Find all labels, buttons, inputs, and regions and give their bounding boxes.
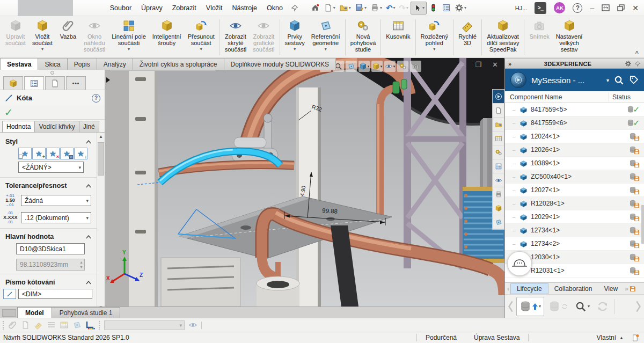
ribbon-button-rozlo-en[interactable]: Rozložený pohled▾ bbox=[418, 17, 451, 57]
component-row[interactable]: –ZC500x40<1> bbox=[505, 170, 644, 184]
cascade-windows-button[interactable] bbox=[617, 4, 625, 11]
taskpane-tab-3dexperience-compass[interactable] bbox=[493, 90, 504, 104]
style-section-header[interactable]: Styl bbox=[0, 136, 97, 147]
component-row[interactable]: –12026<1> bbox=[505, 143, 644, 157]
pin-menu-icon[interactable] bbox=[291, 4, 298, 12]
open-button[interactable]: ▾ bbox=[338, 2, 353, 14]
scene-button[interactable] bbox=[410, 61, 421, 72]
graphics-viewport[interactable]: 99.88 4.90 R32 Y X Z HJWX07C_w (HJWX10C_… bbox=[105, 58, 504, 306]
component-row[interactable]: –12734<1> bbox=[505, 224, 644, 237]
save-button[interactable]: ▾ bbox=[353, 2, 368, 14]
taskpane-tab-file-explorer[interactable] bbox=[493, 132, 504, 145]
menu-n-stroje[interactable]: Nástroje bbox=[227, 0, 262, 16]
menu-soubor[interactable]: Soubor bbox=[105, 0, 136, 16]
ribbon-button-zobrazit[interactable]: Zobrazit skryté součásti bbox=[222, 17, 250, 57]
menu-zobrazit[interactable]: Zobrazit bbox=[167, 0, 201, 16]
taskpane-tab-custom-properties[interactable] bbox=[493, 159, 504, 173]
ribbon-button-prvky[interactable]: Prvky sestavy▾ bbox=[282, 17, 308, 57]
ribbon-button-nastaven[interactable]: Nastavení velkých sestav bbox=[553, 17, 586, 57]
taskpane-tab-solidworks-forum[interactable] bbox=[493, 173, 504, 187]
tolerance-dropdown[interactable]: Žádná▾ bbox=[21, 195, 91, 206]
minimize-button[interactable]: – bbox=[590, 4, 594, 12]
add-style-button[interactable]: + bbox=[32, 148, 46, 159]
command-tab-sestava[interactable]: Sestava bbox=[0, 58, 38, 70]
display-settings-button[interactable] bbox=[440, 2, 452, 14]
dimension-text-field[interactable]: <DIM> bbox=[18, 289, 92, 299]
column-component-name[interactable]: Component Name bbox=[510, 93, 562, 101]
status-document-icon[interactable] bbox=[631, 334, 639, 342]
taskpane-tab-view-palette[interactable] bbox=[493, 145, 504, 159]
command-tab-ivotn-cyklus-a-spolupr-ce[interactable]: Životní cyklus a spolupráce bbox=[133, 58, 224, 70]
component-row[interactable]: –12027<1> bbox=[505, 184, 644, 197]
color-swatch-icon[interactable] bbox=[85, 320, 95, 330]
model-tab-model[interactable]: Model bbox=[17, 307, 52, 318]
print-button[interactable]: ▾ bbox=[369, 2, 384, 14]
command-tab-dopl-kov-moduly-solidworks[interactable]: Doplňkové moduly SOLIDWORKS bbox=[224, 58, 336, 70]
menu-pravy[interactable]: Úpravy bbox=[136, 0, 167, 16]
component-row[interactable]: –12024<1> bbox=[505, 130, 644, 143]
taskpane-tab-design-library[interactable] bbox=[493, 118, 504, 132]
menu-okno[interactable]: Okno bbox=[262, 0, 288, 16]
ribbon-button-aktualizovat[interactable]: Aktualizovat dílčí sestavy SpeedPak bbox=[484, 17, 523, 57]
performance-pipeline-button[interactable] bbox=[427, 2, 440, 14]
ribbon-button-vlo-it[interactable]: Vložit součást▾ bbox=[29, 17, 56, 57]
component-list-scrollbar[interactable] bbox=[641, 205, 644, 244]
tools-scroll-left-icon[interactable] bbox=[507, 300, 515, 313]
menu-vlo-it[interactable]: Vložit bbox=[201, 0, 228, 16]
command-tab-skica[interactable]: Skica bbox=[38, 58, 67, 70]
doc-minimize-button[interactable]: – bbox=[460, 61, 464, 69]
panel-gear-icon[interactable] bbox=[625, 60, 632, 67]
panel-tab-collaboration[interactable]: Collaboration bbox=[548, 283, 598, 294]
undo-button[interactable]: ↶▾ bbox=[384, 2, 397, 14]
component-row[interactable]: –12029<1> bbox=[505, 210, 644, 224]
ribbon-button-referen-n[interactable]: Referenční geometrie▾ bbox=[308, 17, 343, 57]
close-button[interactable]: ✕ bbox=[632, 4, 639, 12]
doc-restore-button[interactable]: ❐ bbox=[475, 61, 481, 69]
assistant-badge[interactable] bbox=[507, 251, 532, 276]
taskpane-tab-appearances-scenes[interactable] bbox=[493, 187, 504, 201]
redo-button[interactable]: ↷▾ bbox=[398, 2, 411, 14]
section-view-button[interactable] bbox=[346, 61, 357, 72]
save-to-platform-button[interactable]: ▾ bbox=[516, 297, 544, 316]
component-row[interactable]: –8417559<5>✓ bbox=[505, 103, 644, 116]
3dexperience-compass-icon[interactable] bbox=[510, 72, 526, 88]
toolbar-grip[interactable] bbox=[3, 321, 4, 330]
profile-label[interactable]: HJ... bbox=[515, 5, 528, 11]
new-document-button[interactable]: ▾ bbox=[322, 2, 337, 14]
component-row[interactable]: –R12028<1> bbox=[505, 197, 644, 210]
tag-icon[interactable] bbox=[629, 75, 639, 85]
primary-value-section-header[interactable]: Hlavní hodnota bbox=[0, 231, 97, 242]
taskpane-tab-xpress-tools[interactable] bbox=[493, 215, 504, 229]
tab-more[interactable]: ••• bbox=[66, 76, 86, 90]
feature-tree-flyout-arrow[interactable] bbox=[106, 77, 110, 83]
pm-tab-jin[interactable]: Jiné bbox=[79, 121, 99, 132]
panel-splitter[interactable] bbox=[0, 70, 105, 75]
taskpane-tab-solidworks-resources[interactable] bbox=[493, 104, 504, 118]
ribbon-button-kusovn-k[interactable]: Kusovník bbox=[383, 17, 413, 57]
load-style-button[interactable]: ↓ bbox=[74, 148, 87, 159]
pm-tab-vod-c-k-ivky[interactable]: Vodící křivky bbox=[34, 121, 79, 132]
tab-configuration-manager[interactable] bbox=[45, 76, 65, 90]
appearances-button[interactable] bbox=[397, 61, 408, 72]
component-row[interactable]: –12734<2> bbox=[505, 237, 644, 251]
panel-tab-lifecycle[interactable]: Lifecycle bbox=[510, 283, 548, 294]
session-name[interactable]: MySession - ... bbox=[531, 76, 602, 85]
terminal-launcher-icon[interactable]: >_ bbox=[535, 2, 546, 14]
delete-style-button[interactable]: × bbox=[46, 148, 60, 159]
tab-scroll-control[interactable] bbox=[2, 309, 16, 317]
property-manager-scrollbar[interactable]: ▲ ▼ bbox=[97, 133, 105, 311]
command-tab-popis[interactable]: Popis bbox=[67, 58, 97, 70]
status-units-selector[interactable]: Vlastní bbox=[588, 334, 619, 341]
pm-tab-hodnota[interactable]: Hodnota bbox=[2, 121, 35, 132]
hide-show-items-button[interactable]: ▾ bbox=[384, 61, 396, 72]
dimension-value-spinner[interactable]: 98.13108923mm ▲▼ bbox=[16, 259, 85, 271]
taskpane-tab-toolbox[interactable] bbox=[493, 201, 504, 215]
apply-default-style-button[interactable] bbox=[18, 148, 32, 159]
explore-with-relations-button[interactable]: ▾ bbox=[572, 297, 592, 316]
ribbon-button-vazba[interactable]: Vazba bbox=[56, 17, 80, 57]
save-style-button[interactable] bbox=[60, 148, 74, 159]
display-style-button[interactable]: ▾ bbox=[371, 61, 383, 72]
doc-close-button[interactable]: ✕ bbox=[492, 61, 498, 69]
ok-checkmark-button[interactable]: ✓ bbox=[0, 106, 105, 120]
tolerance-section-header[interactable]: Tolerance/přesnost bbox=[0, 180, 97, 191]
